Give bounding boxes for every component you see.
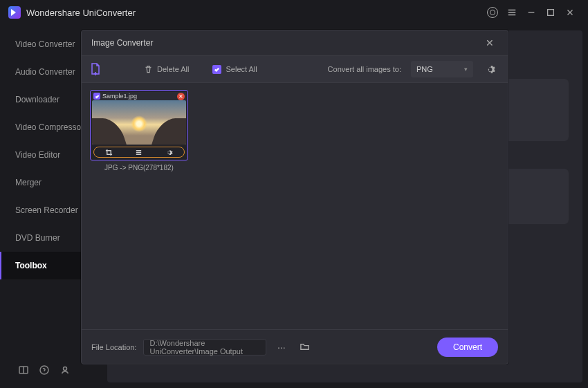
- add-file-icon[interactable]: [90, 63, 101, 75]
- image-thumb-card[interactable]: Sample1.jpg ✕ JPG -> PNG(278*182): [90, 90, 188, 172]
- thumb-remove-icon[interactable]: ✕: [177, 93, 185, 100]
- file-location-label: File Location:: [91, 343, 136, 351]
- file-location-input[interactable]: D:\Wondershare UniConverter\Image Output: [143, 339, 266, 355]
- format-select[interactable]: PNG ▾: [411, 61, 473, 77]
- chevron-down-icon: ▾: [464, 66, 468, 73]
- modal-toolbar: Delete All Select All Convert all images…: [82, 55, 508, 83]
- folder-icon[interactable]: [297, 339, 313, 355]
- crop-icon[interactable]: [104, 147, 114, 157]
- sidebar-item-label: Audio Converter: [15, 67, 75, 77]
- thumb-caption: JPG -> PNG(278*182): [90, 164, 188, 172]
- modal-body: Sample1.jpg ✕ JPG -> PNG(278*182): [82, 83, 508, 329]
- thumb-gear-icon[interactable]: [164, 147, 174, 157]
- svg-rect-0: [548, 10, 554, 16]
- app-window: Wondershare UniConverter Video Converter…: [0, 0, 588, 388]
- select-all-button[interactable]: Select All: [205, 65, 264, 74]
- trash-icon: [144, 65, 153, 74]
- modal-header: Image Converter ✕: [82, 30, 508, 55]
- library-icon[interactable]: [15, 362, 32, 378]
- modal-footer: File Location: D:\Wondershare UniConvert…: [82, 329, 508, 364]
- help-icon[interactable]: [36, 362, 53, 378]
- sidebar-item-label: DVD Burner: [15, 233, 60, 243]
- thumb-checkbox-icon[interactable]: [93, 93, 100, 100]
- delete-all-label: Delete All: [157, 65, 189, 73]
- thumb-image: [92, 100, 186, 145]
- sidebar-item-label: Video Compressor: [15, 122, 84, 132]
- select-all-checkbox-icon: [212, 65, 221, 74]
- list-icon[interactable]: [134, 147, 144, 157]
- more-icon[interactable]: ···: [273, 339, 290, 355]
- gear-icon: [486, 64, 497, 75]
- svg-point-2: [40, 366, 48, 374]
- settings-button[interactable]: [483, 61, 499, 77]
- thumb-toolbar: [93, 147, 185, 158]
- close-window-icon[interactable]: [560, 3, 580, 22]
- file-location-value: D:\Wondershare UniConverter\Image Output: [149, 339, 259, 355]
- thumb-filename: Sample1.jpg: [102, 93, 177, 100]
- menu-icon[interactable]: [502, 3, 522, 22]
- sidebar-item-label: Video Editor: [15, 150, 60, 160]
- convert-all-label: Convert all images to:: [328, 65, 401, 73]
- user-icon[interactable]: [57, 362, 73, 378]
- modal-title: Image Converter: [91, 38, 153, 48]
- sidebar-item-label: Video Converter: [15, 39, 75, 49]
- app-title: Wondershare UniConverter: [26, 8, 136, 18]
- maximize-icon[interactable]: [541, 3, 560, 22]
- close-icon[interactable]: ✕: [481, 35, 498, 51]
- sidebar-item-label: Screen Recorder: [15, 205, 78, 215]
- titlebar: Wondershare UniConverter: [0, 0, 588, 25]
- convert-button[interactable]: Convert: [437, 338, 498, 357]
- thumb-frame: Sample1.jpg ✕: [90, 90, 188, 160]
- format-selected: PNG: [416, 65, 433, 73]
- image-converter-modal: Image Converter ✕ Delete All Select All …: [81, 30, 508, 364]
- minimize-icon[interactable]: [522, 3, 541, 22]
- select-all-label: Select All: [226, 65, 257, 73]
- sidebar-item-label: Toolbox: [15, 261, 47, 270]
- sidebar-item-label: Downloader: [15, 95, 59, 104]
- delete-all-button[interactable]: Delete All: [137, 65, 196, 74]
- account-icon[interactable]: [483, 3, 502, 22]
- sidebar-item-label: Merger: [15, 178, 42, 187]
- thumb-titlebar: Sample1.jpg ✕: [92, 92, 186, 100]
- app-logo-icon: [8, 6, 21, 19]
- convert-button-label: Convert: [453, 342, 482, 352]
- svg-point-3: [64, 367, 67, 371]
